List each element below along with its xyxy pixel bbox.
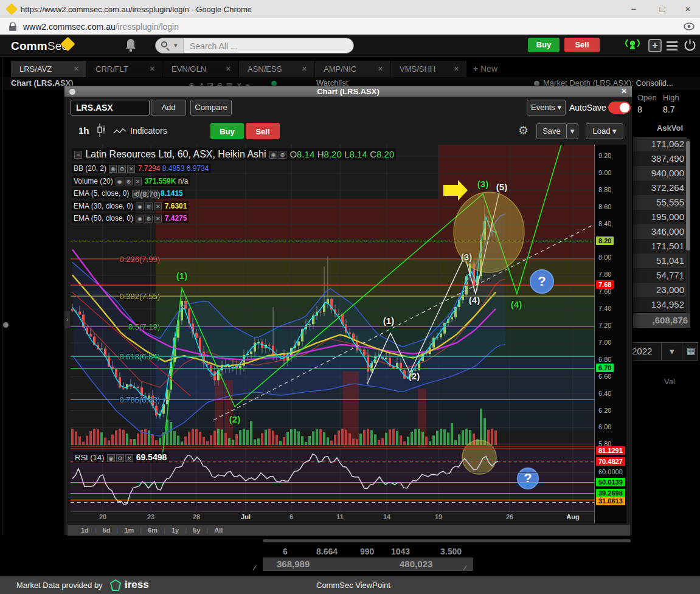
window-handle-dot[interactable] bbox=[69, 89, 75, 95]
minimize-button[interactable]: − bbox=[625, 4, 643, 14]
askvol-row: 346,000 bbox=[633, 224, 687, 239]
volume-bar bbox=[275, 435, 278, 445]
add-button[interactable]: Add bbox=[151, 100, 186, 116]
price-axis[interactable]: 9.209.008.808.608.408.007.807.607.407.20… bbox=[594, 145, 626, 523]
volume-bar bbox=[144, 429, 147, 445]
range-5y[interactable]: 5y bbox=[193, 527, 200, 534]
volume-bar bbox=[352, 438, 355, 445]
askvol-scrollbar[interactable] bbox=[686, 139, 690, 315]
collapse-handle[interactable]: › bbox=[64, 311, 70, 328]
volume-bar bbox=[181, 441, 183, 445]
candle-body bbox=[385, 357, 387, 359]
volume-bar bbox=[374, 434, 376, 445]
indicators-button[interactable]: Indicators bbox=[130, 126, 167, 136]
askvol-row: 387,490 bbox=[633, 151, 687, 166]
volume-bar bbox=[250, 421, 252, 445]
nav-sell-button[interactable]: Sell bbox=[564, 38, 600, 52]
tab-crr-flt[interactable]: CRR/FLT✕ bbox=[87, 61, 163, 77]
footer-product: CommSec ViewPoint bbox=[316, 581, 390, 590]
volume-bar bbox=[203, 437, 205, 445]
volume-bar bbox=[414, 429, 417, 445]
bell-icon[interactable] bbox=[125, 38, 137, 52]
url-bar[interactable]: www2.commsec.com.au/iressplugin/login bbox=[0, 18, 700, 35]
askvol-row: 51,041 bbox=[633, 254, 687, 268]
candle-body bbox=[78, 311, 81, 314]
symbol-input[interactable]: LRS.ASX bbox=[71, 100, 150, 116]
new-tab-button[interactable]: + New bbox=[473, 61, 497, 77]
calendar-icon[interactable]: ▦ bbox=[687, 345, 695, 356]
fib-zone bbox=[156, 199, 594, 259]
range-1m[interactable]: 1m bbox=[124, 527, 134, 534]
volume-bar bbox=[228, 438, 230, 445]
scrollbar-thumb[interactable] bbox=[686, 141, 690, 250]
range-all[interactable]: All bbox=[214, 527, 223, 534]
search-scope-dropdown[interactable]: ▾ bbox=[156, 38, 184, 54]
chart-plot-area[interactable]: ?? bbox=[71, 145, 594, 519]
tab-lrs-avz[interactable]: LRS/AVZ✕ bbox=[11, 61, 87, 77]
search-icon bbox=[161, 41, 167, 47]
nav-buy-button[interactable]: Buy bbox=[528, 38, 560, 52]
chevron-down-icon[interactable]: ▾ bbox=[670, 346, 674, 357]
search-input[interactable]: ▾ Search All ... bbox=[155, 38, 354, 54]
url-text[interactable]: www2.commsec.com.au/iressplugin/login bbox=[23, 22, 179, 32]
candle-style-icon[interactable] bbox=[97, 123, 106, 137]
range-1d[interactable]: 1d bbox=[81, 527, 89, 534]
range-1y[interactable]: 1y bbox=[172, 527, 179, 534]
volume-bar bbox=[261, 433, 263, 445]
tab-close-icon[interactable]: ✕ bbox=[302, 61, 307, 77]
close-button[interactable]: × bbox=[679, 4, 697, 14]
volume-bar bbox=[148, 430, 150, 445]
volume-bar bbox=[119, 429, 121, 445]
volume-bar bbox=[491, 429, 493, 445]
left-edge-handle[interactable] bbox=[3, 322, 9, 328]
volume-bar bbox=[195, 429, 198, 445]
interval-button[interactable]: 1h bbox=[78, 125, 89, 136]
volume-bar bbox=[192, 429, 194, 445]
price-tick: 6.40 bbox=[598, 390, 611, 397]
tab-close-icon[interactable]: ✕ bbox=[454, 61, 459, 77]
load-dropdown[interactable]: Load ▾ bbox=[586, 123, 623, 139]
price-tick: 9.00 bbox=[598, 169, 611, 176]
eye-icon[interactable] bbox=[684, 22, 695, 30]
volume-bar bbox=[411, 432, 413, 445]
tab-close-icon[interactable]: ✕ bbox=[378, 61, 383, 77]
live-beacon-icon[interactable] bbox=[625, 37, 640, 54]
tab-close-icon[interactable]: ✕ bbox=[74, 61, 79, 77]
chart-close-icon[interactable]: ✕ bbox=[621, 87, 627, 95]
volume-bar bbox=[170, 422, 172, 445]
range-5d[interactable]: 5d bbox=[103, 527, 111, 534]
range-selector[interactable]: 1d| 5d| 1m| 6m| 1y| 5y| All bbox=[68, 525, 630, 536]
tab-close-icon[interactable]: ✕ bbox=[226, 61, 231, 77]
tab-evn-gln[interactable]: EVN/GLN✕ bbox=[163, 61, 239, 77]
range-6m[interactable]: 6m bbox=[148, 527, 158, 534]
candle-body bbox=[250, 351, 252, 354]
chart-window-titlebar[interactable]: Chart (LRS.ASX) bbox=[64, 86, 632, 97]
volume-bar bbox=[381, 438, 384, 445]
price-tick: 8.00 bbox=[598, 254, 611, 261]
save-dropdown-icon[interactable]: ▾ bbox=[566, 123, 578, 139]
power-icon[interactable] bbox=[684, 39, 696, 52]
maximize-button[interactable]: □ bbox=[653, 4, 671, 14]
events-dropdown[interactable]: Events ▾ bbox=[527, 100, 566, 116]
horizontal-scrollbar[interactable] bbox=[263, 539, 631, 542]
price-tick: 8.80 bbox=[598, 186, 611, 193]
volume-bar bbox=[243, 429, 245, 445]
tab-vms-shh[interactable]: VMS/SHH✕ bbox=[391, 61, 467, 77]
menu-icon[interactable] bbox=[667, 41, 677, 52]
compare-button[interactable]: Compare bbox=[190, 100, 232, 116]
add-panel-icon[interactable]: + bbox=[648, 39, 662, 52]
tab-amp-nic[interactable]: AMP/NIC✕ bbox=[315, 61, 391, 77]
chart-sell-button[interactable]: Sell bbox=[246, 123, 280, 139]
browser-titlebar: https://www2.commsec.com.au/iressplugin/… bbox=[0, 0, 700, 18]
chevron-down-icon: ▾ bbox=[174, 41, 178, 49]
save-button[interactable]: Save bbox=[536, 123, 567, 139]
chart-buy-button[interactable]: Buy bbox=[210, 123, 244, 139]
candle-body bbox=[100, 348, 103, 349]
price-tick: 7.00 bbox=[598, 339, 611, 346]
autosave-toggle[interactable] bbox=[608, 102, 631, 114]
settings-gear-icon[interactable]: ⚙ bbox=[518, 123, 528, 137]
tab-close-icon[interactable]: ✕ bbox=[150, 61, 155, 77]
window-title: https://www2.commsec.com.au/iressplugin/… bbox=[21, 5, 252, 14]
volume-bar bbox=[93, 429, 95, 445]
tab-asn-ess[interactable]: ASN/ESS✕ bbox=[239, 61, 315, 77]
